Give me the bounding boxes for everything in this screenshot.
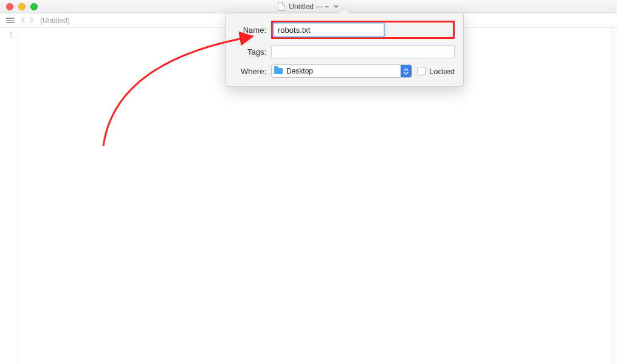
where-value: Desktop <box>285 67 401 75</box>
document-icon <box>278 2 285 11</box>
line-gutter: 1 <box>0 28 18 364</box>
sidebar-toggle-icon[interactable] <box>6 18 15 23</box>
name-field-highlight <box>271 21 455 39</box>
nav-arrows <box>21 16 34 25</box>
close-window-button[interactable] <box>6 3 13 10</box>
where-label: Where: <box>235 67 266 76</box>
tags-label: Tags: <box>235 47 266 57</box>
locked-label: Locked <box>429 67 455 76</box>
where-select[interactable]: Desktop <box>271 64 412 78</box>
nav-back-icon[interactable] <box>21 16 26 25</box>
right-gutter <box>611 28 617 364</box>
locked-checkbox[interactable] <box>417 67 426 75</box>
titlebar: Untitled — ~ <box>0 0 617 13</box>
window-controls <box>6 3 38 10</box>
zoom-window-button[interactable] <box>30 3 38 10</box>
name-input[interactable] <box>274 23 384 36</box>
name-label: Name: <box>235 26 266 35</box>
save-sheet: Name: Tags: Where: Desktop Locked <box>226 13 464 87</box>
popover-pointer <box>339 8 351 14</box>
tags-input[interactable] <box>271 45 455 58</box>
window-title[interactable]: Untitled — ~ <box>289 2 329 11</box>
line-number: 1 <box>0 30 13 38</box>
path-breadcrumb[interactable]: (Untitled) <box>40 16 70 25</box>
select-arrows-icon <box>401 65 412 77</box>
folder-icon <box>272 68 285 74</box>
nav-forward-icon[interactable] <box>29 16 34 25</box>
minimize-window-button[interactable] <box>18 3 26 10</box>
